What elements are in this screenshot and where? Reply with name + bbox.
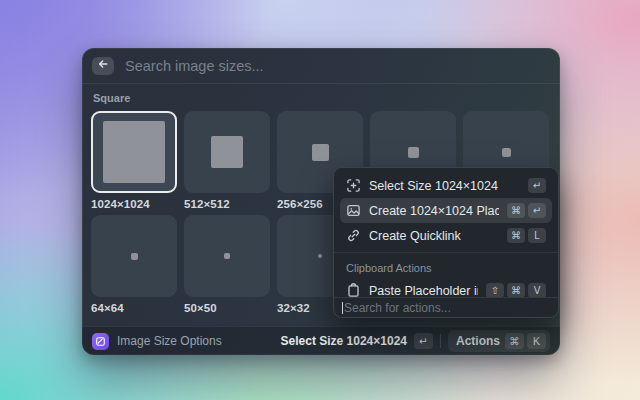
menu-item-shortcuts: ⌘↵ <box>507 203 546 218</box>
key-badge: ⌘ <box>507 203 525 218</box>
footer-app-label: Image Size Options <box>117 334 222 348</box>
key-badge: ⌘ <box>505 333 524 349</box>
key-badge: K <box>527 333 546 349</box>
image-icon <box>346 203 361 218</box>
actions-menu-list: Select Size 1024×1024↵Create 1024×1024 P… <box>334 168 558 297</box>
size-preview-square <box>224 253 230 259</box>
size-cell: 512×512 <box>184 111 270 215</box>
size-tile-selected[interactable] <box>91 111 177 193</box>
size-tile[interactable] <box>184 215 270 297</box>
key-badge: ⌘ <box>507 228 525 243</box>
size-preview-square <box>131 253 138 260</box>
size-tile-label: 64×64 <box>91 297 177 319</box>
arrow-left-icon <box>97 58 109 73</box>
footer-primary-action[interactable]: Select Size 1024×1024 <box>281 334 407 348</box>
launcher-window: Square 1024×1024512×512256×25664×6450×50… <box>82 48 560 355</box>
size-cell: 64×64 <box>91 215 177 319</box>
size-preview-square <box>318 254 322 258</box>
menu-item-shortcuts: ↵ <box>528 178 546 193</box>
actions-search-bar <box>334 297 558 317</box>
actions-button-label: Actions <box>456 334 500 348</box>
clipboard-icon <box>346 283 361 297</box>
key-badge: ⇧ <box>486 283 504 297</box>
size-tile-label: 50×50 <box>184 297 270 319</box>
search-bar <box>82 48 560 84</box>
menu-divider <box>334 252 558 253</box>
footer-bar: Image Size Options Select Size 1024×1024… <box>82 326 560 355</box>
return-key-badge: ↵ <box>414 333 433 349</box>
menu-item-shortcuts: ⇧⌘V <box>486 283 546 297</box>
size-preview-square <box>211 136 243 168</box>
footer-divider <box>440 334 441 348</box>
actions-key-badges: ⌘K <box>505 333 546 349</box>
menu-item-label: Create Quicklink <box>369 229 499 243</box>
key-badge: V <box>528 283 546 297</box>
size-cell: 1024×1024 <box>91 111 177 215</box>
back-button[interactable] <box>92 57 114 75</box>
desktop-background: Square 1024×1024512×512256×25664×6450×50… <box>0 0 640 400</box>
actions-search-input[interactable] <box>344 301 550 315</box>
actions-menu: Select Size 1024×1024↵Create 1024×1024 P… <box>333 167 559 318</box>
menu-item[interactable]: Select Size 1024×1024↵ <box>340 173 552 198</box>
search-input[interactable] <box>125 58 550 74</box>
menu-section-header: Clipboard Actions <box>340 257 552 278</box>
footer-right-group: Select Size 1024×1024 ↵ Actions ⌘K <box>281 330 550 352</box>
actions-button[interactable]: Actions ⌘K <box>448 330 550 352</box>
image-size-app-icon <box>92 333 109 350</box>
section-title: Square <box>93 92 551 104</box>
menu-item[interactable]: Paste Placeholder in Active App⇧⌘V <box>340 278 552 297</box>
size-tile[interactable] <box>184 111 270 193</box>
size-tile-label: 512×512 <box>184 193 270 215</box>
size-tile-label: 1024×1024 <box>91 193 177 215</box>
size-preview-square <box>103 121 165 183</box>
size-tile[interactable] <box>91 215 177 297</box>
key-badge: ↵ <box>528 203 546 218</box>
size-preview-square <box>312 144 329 161</box>
size-cell: 50×50 <box>184 215 270 319</box>
text-caret <box>342 302 343 314</box>
menu-item-label: Paste Placeholder in Active App <box>369 284 478 298</box>
menu-item[interactable]: Create Quicklink⌘L <box>340 223 552 248</box>
menu-item-label: Create 1024×1024 Placeholder <box>369 204 499 218</box>
link-icon <box>346 228 361 243</box>
key-badge: L <box>528 228 546 243</box>
size-preview-square <box>502 148 511 157</box>
select-size-icon <box>346 178 361 193</box>
menu-item-label: Select Size 1024×1024 <box>369 179 520 193</box>
key-badge: ↵ <box>528 178 546 193</box>
menu-item[interactable]: Create 1024×1024 Placeholder⌘↵ <box>340 198 552 223</box>
size-preview-square <box>408 147 419 158</box>
menu-item-shortcuts: ⌘L <box>507 228 546 243</box>
key-badge: ⌘ <box>507 283 525 297</box>
